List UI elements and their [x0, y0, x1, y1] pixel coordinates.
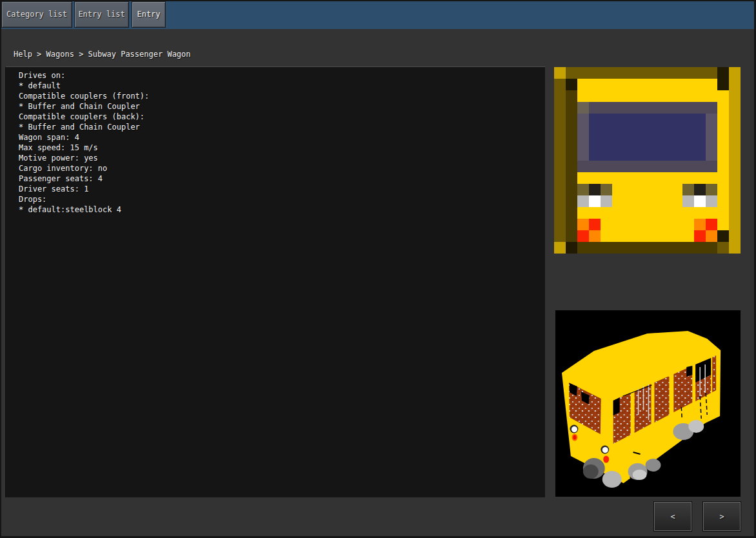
tab-entry[interactable]: Entry — [132, 1, 166, 28]
tab-category-list[interactable]: Category list — [1, 1, 72, 28]
tab-bar: Category listEntry listEntry — [0, 0, 756, 29]
info-line: Drops: — [19, 194, 545, 204]
info-line: Driver seats: 1 — [19, 184, 545, 194]
side-window — [712, 355, 716, 392]
entry-info-panel[interactable]: Drives on:* defaultCompatible couplers (… — [5, 66, 545, 497]
next-entry-button[interactable]: > — [703, 502, 741, 531]
info-line: Drives on: — [19, 70, 545, 81]
marker-lamp-core — [573, 435, 576, 440]
wagon-3d-render-image — [555, 310, 741, 497]
wagon-3d-render — [555, 310, 741, 497]
headlight — [572, 426, 577, 432]
info-line: * Buffer and Chain Coupler — [19, 122, 545, 132]
window-border-left — [0, 0, 1, 538]
entry-info-text: Drives on:* defaultCompatible couplers (… — [19, 70, 545, 215]
info-line: Compatible couplers (front): — [19, 91, 545, 101]
breadcrumb: Help > Wagons > Subway Passenger Wagon — [14, 49, 191, 59]
info-line: Motive power: yes — [19, 153, 545, 163]
info-line: Compatible couplers (back): — [19, 112, 545, 122]
info-line: Cargo inventory: no — [19, 163, 545, 174]
wagon-front-view-image — [554, 67, 741, 254]
side-window-shadow — [686, 366, 692, 377]
info-line: * default — [19, 81, 545, 91]
headlight — [602, 447, 608, 453]
info-line: Passenger seats: 4 — [19, 174, 545, 184]
info-line: * Buffer and Chain Coupler — [19, 101, 545, 112]
info-line: Wagon span: 4 — [19, 132, 545, 143]
tab-entry-list[interactable]: Entry list — [74, 1, 129, 28]
info-line: Max speed: 15 m/s — [19, 143, 545, 153]
wagon-front-pixel-art — [554, 67, 741, 254]
info-line: * default:steelblock 4 — [19, 204, 545, 215]
side-door — [654, 376, 669, 423]
marker-lamp — [603, 456, 609, 463]
window-border-top — [0, 0, 756, 1]
prev-entry-button[interactable]: < — [654, 502, 691, 531]
documentation-window: Category listEntry listEntry Help > Wago… — [0, 0, 756, 538]
